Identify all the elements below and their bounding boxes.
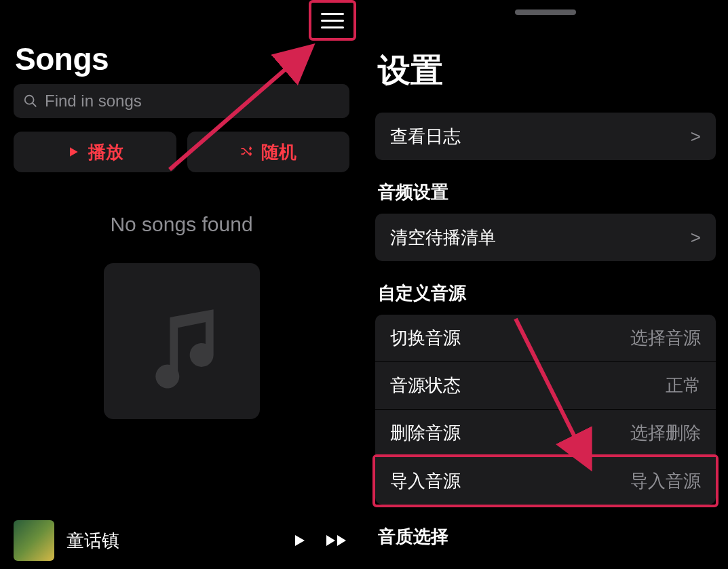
cell-value: 正常 — [666, 374, 701, 397]
section-quality: 音质选择 — [375, 505, 716, 558]
import-source-highlight: 导入音源 导入音源 — [372, 454, 719, 507]
shuffle-icon — [240, 142, 253, 163]
songs-screen: Songs Find in songs 播放 随机 No songs found… — [0, 0, 363, 569]
empty-state-text: No songs found — [0, 213, 363, 236]
chevron-right-icon: > — [691, 227, 701, 248]
now-playing-controls — [291, 532, 349, 549]
cell-switch-source[interactable]: 切换音源 选择音源 — [375, 315, 716, 362]
sheet-drag-handle[interactable] — [515, 9, 576, 15]
empty-state-art — [104, 263, 260, 419]
cell-label: 音源状态 — [390, 374, 461, 397]
next-icon[interactable] — [325, 532, 349, 549]
shuffle-button[interactable]: 随机 — [187, 132, 350, 172]
hamburger-icon[interactable] — [321, 13, 344, 28]
now-playing-art — [14, 520, 54, 561]
play-icon — [66, 145, 80, 159]
cell-clear-queue[interactable]: 清空待播清单 > — [375, 214, 716, 261]
cell-value: 选择音源 — [630, 326, 701, 350]
section-audio: 音频设置 — [375, 160, 716, 214]
cell-label: 切换音源 — [390, 326, 461, 350]
search-input[interactable]: Find in songs — [14, 84, 349, 118]
menu-button-highlight — [309, 0, 356, 41]
search-placeholder: Find in songs — [45, 92, 142, 111]
cell-label: 查看日志 — [390, 125, 461, 149]
now-playing-title: 童话镇 — [66, 529, 279, 553]
cell-label: 清空待播清单 — [390, 226, 496, 250]
cell-view-log[interactable]: 查看日志 > — [375, 113, 716, 160]
cell-label: 删除音源 — [390, 421, 461, 445]
chevron-right-icon: > — [691, 126, 701, 147]
cell-delete-source[interactable]: 删除音源 选择删除 — [375, 410, 716, 457]
section-custom-source: 自定义音源 — [375, 261, 716, 315]
cell-value: 选择删除 — [630, 421, 701, 445]
svg-point-0 — [25, 96, 34, 104]
cell-value: 导入音源 — [630, 469, 701, 493]
svg-line-1 — [33, 103, 37, 107]
shuffle-label: 随机 — [261, 140, 296, 164]
cell-source-status[interactable]: 音源状态 正常 — [375, 362, 716, 410]
settings-screen: 设置 查看日志 > 音频设置 清空待播清单 > 自定义音源 切换音源 选择音源 … — [363, 0, 728, 569]
play-icon[interactable] — [291, 532, 307, 549]
cell-import-source[interactable]: 导入音源 导入音源 — [375, 457, 716, 505]
action-buttons: 播放 随机 — [14, 132, 349, 172]
music-note-icon — [134, 294, 229, 389]
play-button[interactable]: 播放 — [14, 132, 176, 172]
search-icon — [23, 94, 38, 109]
play-label: 播放 — [88, 140, 123, 164]
cell-label: 导入音源 — [390, 469, 461, 493]
now-playing-bar[interactable]: 童话镇 — [0, 512, 363, 569]
settings-title: 设置 — [366, 15, 725, 113]
